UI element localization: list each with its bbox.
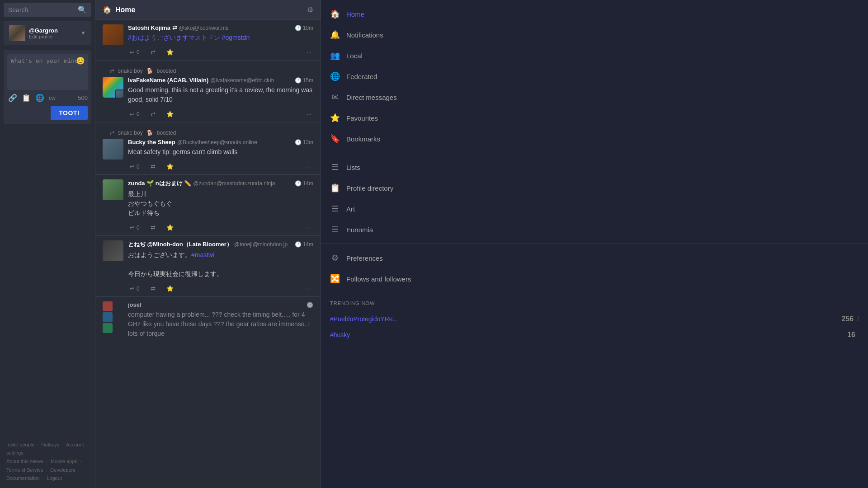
favourite-button[interactable]: ⭐ xyxy=(165,284,175,293)
post-content-row: とねぢ @Minoh-don（Late Bloomer） @toneji@min… xyxy=(103,240,313,296)
chevron-down-icon: ▼ xyxy=(80,30,86,36)
compose-visibility-button[interactable]: 🌐 xyxy=(34,93,45,103)
reply-button[interactable]: ↩ 0 xyxy=(128,223,142,232)
nav-item-favourites[interactable]: ⭐ Favourites xyxy=(321,108,868,128)
post-handle: @zundan@mastodon.zunda.ninja xyxy=(193,180,275,187)
post-author: Satoshi Kojima ⇄ xyxy=(128,24,177,31)
settings-section: ⚙ Preferences 🔀 Follows and followers xyxy=(321,244,868,293)
trending-count: 256 xyxy=(841,315,854,323)
post-author: Bucky the Sheep xyxy=(128,139,175,145)
more-button[interactable]: ··· xyxy=(305,223,313,232)
nav-label-profile-directory: Profile directory xyxy=(346,184,393,192)
compose-attachment-button[interactable]: 🔗 xyxy=(7,93,18,103)
nav-item-preferences[interactable]: ⚙ Preferences xyxy=(321,248,868,268)
toot-button[interactable]: TOOT! xyxy=(51,106,88,120)
footer-mobile-link[interactable]: Mobile apps xyxy=(51,459,77,464)
search-bar[interactable]: 🔍 xyxy=(4,3,91,17)
reply-button[interactable]: ↩ 0 xyxy=(128,284,142,293)
nav-label-home: Home xyxy=(346,10,364,18)
post-header: zunda 🌱 nはおまけ ✏️ @zundan@mastodon.zunda.… xyxy=(128,179,313,188)
post-actions: ↩ 0 ⇄ ⭐ ··· xyxy=(128,106,313,122)
account-box[interactable]: @Gargron Edit profile ▼ xyxy=(4,21,91,45)
trending-slash: / xyxy=(857,315,859,323)
nav-item-notifications[interactable]: 🔔 Notifications xyxy=(321,24,868,45)
reply-button[interactable]: ↩ 0 xyxy=(128,48,142,56)
post-body: josef 🕐 computer having a problem... ???… xyxy=(128,301,313,338)
reply-button[interactable]: ↩ 0 xyxy=(128,162,142,171)
nav-menu: 🏠 Home 🔔 Notifications 👥 Local 🌐 Federat… xyxy=(321,0,868,153)
nav-label-eunomia: Eunomia xyxy=(346,226,373,234)
footer-developers-link[interactable]: Developers xyxy=(50,467,75,473)
footer-about-link[interactable]: About this server xyxy=(6,459,44,464)
nav-item-eunomia[interactable]: ☰ Eunomia xyxy=(321,219,868,240)
post-author: josef xyxy=(128,301,142,308)
post-body: とねぢ @Minoh-don（Late Bloomer） @toneji@min… xyxy=(128,240,313,296)
post-header: IvaFakeName (ACAB, Villain) @lvafakename… xyxy=(128,77,313,84)
boost-button[interactable]: ⇄ xyxy=(149,48,157,56)
more-button[interactable]: ··· xyxy=(305,284,313,293)
footer-hotkeys-link[interactable]: Hotkeys xyxy=(42,442,60,447)
nav-item-local[interactable]: 👥 Local xyxy=(321,45,868,66)
post-header: Bucky the Sheep @Buckythesheep@snouts.on… xyxy=(128,139,313,145)
follows-icon: 🔀 xyxy=(330,274,340,284)
compose-row-top: 😊 xyxy=(7,54,88,90)
star-icon: ⭐ xyxy=(330,113,340,123)
compose-poll-button[interactable]: 📋 xyxy=(21,93,32,103)
footer-links: Invite people · Hotkeys · Account settin… xyxy=(0,435,95,488)
favourite-button[interactable]: ⭐ xyxy=(165,110,175,118)
compose-emoji-button[interactable]: 😊 xyxy=(76,56,85,65)
booster-name: snake boy xyxy=(118,130,143,136)
trending-item[interactable]: #PuebloProtegidoYRe... 256 / xyxy=(330,311,859,327)
footer-tos-link[interactable]: Terms of Service xyxy=(6,467,43,473)
boost-button[interactable]: ⇄ xyxy=(149,162,157,171)
gear-icon: ⚙ xyxy=(330,253,340,263)
lists-icon: ☰ xyxy=(330,162,340,172)
post-avatar xyxy=(103,240,123,261)
compose-cw-button[interactable]: cw xyxy=(49,95,56,101)
boost-button[interactable]: ⇄ xyxy=(149,284,157,293)
post-handle: @skoj@bookwor.ms xyxy=(179,25,229,31)
footer-invite-link[interactable]: Invite people xyxy=(6,442,34,447)
trending-item[interactable]: #husky 16 xyxy=(330,327,859,343)
favourite-button[interactable]: ⭐ xyxy=(165,223,175,232)
nav-item-follows-followers[interactable]: 🔀 Follows and followers xyxy=(321,268,868,289)
boosted-label: boosted xyxy=(157,130,176,136)
nav-label-bookmarks: Bookmarks xyxy=(346,135,380,143)
post-item: ⇄ snake boy 🐕 boosted Bucky the Sheep @B… xyxy=(95,122,321,175)
boost-button[interactable]: ⇄ xyxy=(149,223,157,232)
favourite-button[interactable]: ⭐ xyxy=(165,48,175,56)
right-sidebar: 🏠 Home 🔔 Notifications 👥 Local 🌐 Federat… xyxy=(321,0,868,488)
nav-item-bookmarks[interactable]: 🔖 Bookmarks xyxy=(321,128,868,149)
compose-tools: 🔗 📋 🌐 cw 500 xyxy=(7,93,88,103)
nav-label-preferences: Preferences xyxy=(346,254,383,262)
nav-item-art[interactable]: ☰ Art xyxy=(321,198,868,219)
trending-title: TRENDING NOW xyxy=(330,300,859,306)
post-text: 最上川おやつもぐもぐビルド待ち xyxy=(128,189,313,218)
nav-item-home[interactable]: 🏠 Home xyxy=(321,4,868,24)
more-button[interactable]: ··· xyxy=(305,48,313,56)
nav-item-direct-messages[interactable]: ✉ Direct messages xyxy=(321,87,868,108)
avatar xyxy=(9,25,25,41)
more-button[interactable]: ··· xyxy=(305,110,313,118)
boost-icon: ⇄ xyxy=(110,130,114,136)
footer-logout-link[interactable]: Logout xyxy=(47,475,62,481)
favourite-button[interactable]: ⭐ xyxy=(165,162,175,171)
compose-area: 😊 🔗 📋 🌐 cw 500 TOOT! xyxy=(4,50,91,124)
more-button[interactable]: ··· xyxy=(305,162,313,171)
nav-label-follows-followers: Follows and followers xyxy=(346,275,411,283)
feed-settings-button[interactable]: ⚙ xyxy=(307,5,313,14)
footer-docs-link[interactable]: Documentation xyxy=(6,475,40,481)
search-input[interactable] xyxy=(8,6,78,14)
directory-icon: 📋 xyxy=(330,183,340,193)
search-icon[interactable]: 🔍 xyxy=(78,5,87,14)
nav-item-lists[interactable]: ☰ Lists xyxy=(321,157,868,178)
boost-icon: ⇄ xyxy=(110,68,114,74)
boost-button[interactable]: ⇄ xyxy=(149,110,157,118)
nav-item-federated[interactable]: 🌐 Federated xyxy=(321,66,868,87)
nav-item-profile-directory[interactable]: 📋 Profile directory xyxy=(321,178,868,198)
post-body: zunda 🌱 nはおまけ ✏️ @zundan@mastodon.zunda.… xyxy=(128,179,313,235)
reply-button[interactable]: ↩ 0 xyxy=(128,110,142,118)
post-header: Satoshi Kojima ⇄ @skoj@bookwor.ms 🕐 10m xyxy=(128,24,313,31)
boost-row: ⇄ snake boy 🐕 boosted xyxy=(103,65,313,74)
clock-icon: 🕐 xyxy=(295,77,302,84)
